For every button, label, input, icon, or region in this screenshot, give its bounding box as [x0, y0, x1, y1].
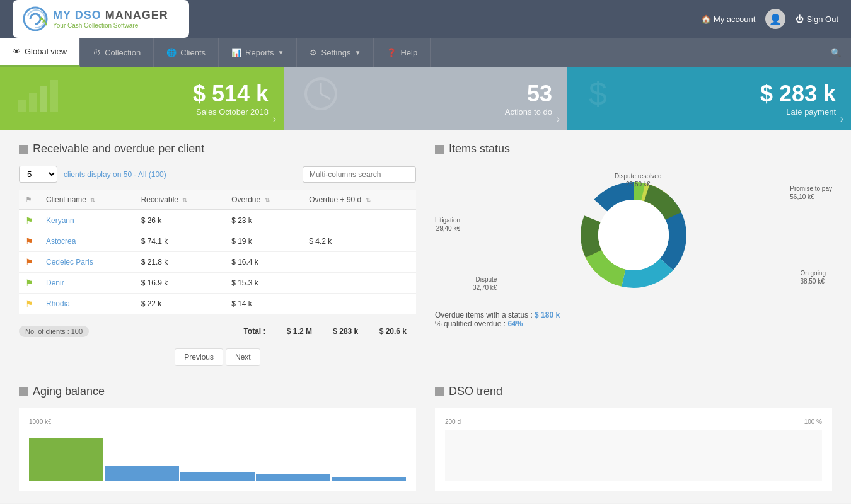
- aging-icon: [19, 387, 28, 396]
- nav-item-settings[interactable]: ⚙ Settings ▼: [297, 38, 374, 67]
- dso-icon: [435, 387, 444, 396]
- cell-name: Denir: [40, 273, 135, 294]
- aging-bar: [180, 472, 255, 481]
- dropdown-icon-settings: ▼: [354, 49, 361, 56]
- dso-chart: 200 d 100 %: [435, 408, 832, 491]
- stat-card-late-content: $ 283 k Late payment: [760, 81, 836, 117]
- late-value: $ 283 k: [760, 81, 836, 107]
- aging-bar: [105, 466, 179, 481]
- sign-out-label: Sign Out: [806, 14, 838, 24]
- dso-chart-area: [445, 430, 822, 481]
- nav-search-button[interactable]: 🔍: [821, 38, 851, 67]
- client-link[interactable]: Cedelec Paris: [46, 258, 93, 266]
- stat-card-late[interactable]: $ $ 283 k Late payment ›: [567, 67, 851, 130]
- aging-chart: 1000 k€: [19, 408, 416, 491]
- my-account-link[interactable]: 🏠 My account: [701, 14, 755, 24]
- cell-overdue90: [303, 294, 416, 314]
- dso-y-right: 100 %: [804, 418, 822, 425]
- chart-stats: Overdue items with a status : $ 180 k % …: [435, 311, 832, 328]
- header: MY DSO MANAGER Your Cash Collection Soft…: [0, 0, 851, 38]
- cell-receivable: $ 16.9 k: [135, 273, 226, 294]
- nav-item-clients[interactable]: 🌐 Clients: [154, 38, 219, 67]
- previous-button[interactable]: Previous: [175, 348, 223, 366]
- actions-value: 53: [505, 81, 552, 107]
- label-dispute: Dispute 32,70 k€: [473, 275, 497, 292]
- cell-receivable: $ 22 k: [135, 294, 226, 314]
- dso-title: DSO trend: [435, 385, 832, 398]
- cell-overdue: $ 16.4 k: [225, 252, 303, 273]
- nav-label-reports: Reports: [245, 48, 274, 57]
- receivable-title-text: Receivable and overdue per client: [33, 142, 204, 156]
- client-count-badge: No. of clients : 100: [19, 326, 89, 337]
- sign-out-link[interactable]: ⏻ Sign Out: [796, 14, 838, 24]
- dropdown-icon: ▼: [278, 49, 284, 56]
- nav-label-settings: Settings: [321, 48, 350, 57]
- two-col-layout: Receivable and overdue per client 510255…: [19, 142, 832, 366]
- receivable-section: Receivable and overdue per client 510255…: [19, 142, 416, 366]
- nav-item-global-view[interactable]: 👁 Global view: [0, 38, 80, 67]
- cell-flag: ⚑: [19, 273, 40, 294]
- bottom-two-col: Aging balance 1000 k€ DSO trend 200 d 10…: [19, 385, 832, 491]
- logo-container: MY DSO MANAGER Your Cash Collection Soft…: [13, 0, 189, 38]
- cell-name: Cedelec Paris: [40, 252, 135, 273]
- search-input[interactable]: [303, 166, 416, 183]
- svg-point-14: [598, 200, 669, 270]
- table-header: ⚑ Client name ⇅ Receivable ⇅ Overdue ⇅ O…: [19, 190, 416, 210]
- items-status-title-text: Items status: [449, 142, 510, 156]
- svg-rect-3: [40, 86, 47, 112]
- stat-card-actions[interactable]: 53 Actions to do ›: [284, 67, 567, 130]
- home-icon: 🏠: [701, 14, 711, 24]
- th-client-name[interactable]: Client name ⇅: [40, 190, 135, 210]
- client-link[interactable]: Keryann: [46, 216, 74, 225]
- total-label: Total :: [243, 327, 265, 336]
- logo-manager: MANAGER: [105, 9, 168, 21]
- next-button[interactable]: Next: [226, 348, 260, 366]
- search-icon: 🔍: [831, 48, 841, 57]
- cell-receivable: $ 21.8 k: [135, 252, 226, 273]
- rows-select[interactable]: 5102550100: [19, 166, 57, 183]
- label-dispute-resolved: Dispute resolved 23,50 k€: [615, 172, 661, 188]
- client-link[interactable]: Astocrea: [46, 237, 76, 246]
- dso-y-axis: 200 d: [445, 418, 461, 425]
- svg-text:$: $: [589, 76, 607, 112]
- items-status-icon: [435, 145, 444, 154]
- my-account-label: My account: [714, 14, 755, 24]
- nav-item-help[interactable]: ❓ Help: [374, 38, 431, 67]
- stat-card-sales[interactable]: $ 514 k Sales October 2018 ›: [0, 67, 284, 130]
- donut-chart: [570, 172, 697, 298]
- items-status-title: Items status: [435, 142, 832, 156]
- nav-label-clients: Clients: [180, 48, 206, 57]
- donut-chart-container: Dispute resolved 23,50 k€ Promise to pay…: [435, 166, 832, 304]
- late-label: Late payment: [760, 107, 836, 117]
- th-overdue90[interactable]: Overdue + 90 d ⇅: [303, 190, 416, 210]
- logo-icon: [23, 6, 48, 32]
- cell-receivable: $ 26 k: [135, 210, 226, 231]
- th-overdue[interactable]: Overdue ⇅: [225, 190, 303, 210]
- logo-main: MY DSO MANAGER: [53, 9, 168, 22]
- cell-name: Astocrea: [40, 231, 135, 252]
- receivable-title: Receivable and overdue per client: [19, 142, 416, 156]
- table-row: ⚑ Cedelec Paris $ 21.8 k $ 16.4 k: [19, 252, 416, 273]
- main-content: Receivable and overdue per client 510255…: [0, 130, 851, 503]
- svg-rect-4: [50, 80, 58, 112]
- sales-icon: [15, 75, 59, 122]
- totals: Total : $ 1.2 M $ 283 k $ 20.6 k: [234, 327, 416, 336]
- nav: 👁 Global view ⏱ Collection 🌐 Clients 📊 R…: [0, 38, 851, 67]
- nav-item-collection[interactable]: ⏱ Collection: [80, 38, 154, 67]
- th-receivable[interactable]: Receivable ⇅: [135, 190, 226, 210]
- label-promise-to-pay: Promise to pay 56,10 k€: [790, 185, 832, 201]
- stat-card-sales-content: $ 514 k Sales October 2018: [193, 81, 269, 117]
- th-flag: ⚑: [19, 190, 40, 210]
- client-link[interactable]: Denir: [46, 278, 64, 287]
- table-footer: No. of clients : 100 Total : $ 1.2 M $ 2…: [19, 321, 416, 342]
- cell-overdue: $ 15.3 k: [225, 273, 303, 294]
- nav-item-reports[interactable]: 📊 Reports ▼: [219, 38, 297, 67]
- actions-arrow: ›: [557, 113, 560, 125]
- cell-overdue90: $ 4.2 k: [303, 231, 416, 252]
- actions-label: Actions to do: [505, 107, 552, 117]
- table-row: ⚑ Astocrea $ 74.1 k $ 19 k $ 4.2 k: [19, 231, 416, 252]
- client-link[interactable]: Rhodia: [46, 299, 70, 308]
- aging-bar: [256, 474, 330, 481]
- overdue-value: $ 180 k: [535, 311, 560, 319]
- overdue-label: Overdue items with a status :: [435, 311, 533, 319]
